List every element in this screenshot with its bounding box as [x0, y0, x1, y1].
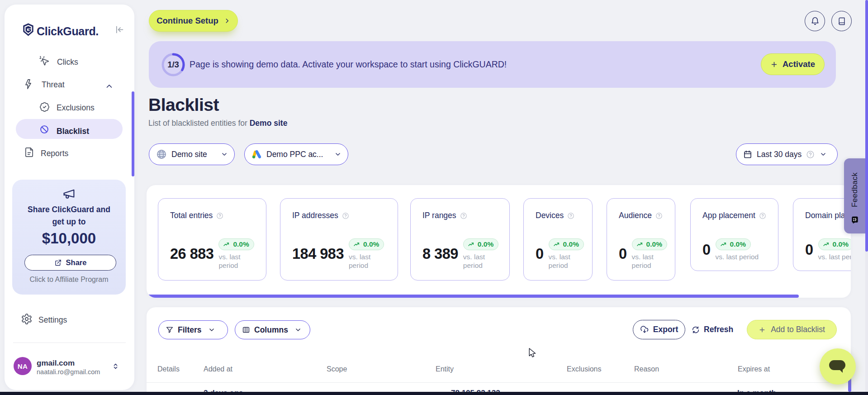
- subtitle-site-name: Demo site: [250, 119, 288, 128]
- trend-up-icon: [468, 241, 475, 248]
- delta-period: vs. last period: [716, 252, 759, 261]
- column-header-exclusions[interactable]: Exclusions: [567, 365, 601, 373]
- delta-period: vs. last period: [349, 252, 379, 270]
- activate-button[interactable]: Activate: [761, 53, 825, 75]
- page-title: Blacklist: [148, 95, 219, 115]
- chevron-down-icon: [295, 327, 301, 333]
- stat-title: Audience: [619, 211, 652, 220]
- stats-panel: Total entries 26 883 0.0% vs. last perio…: [147, 185, 851, 298]
- sidebar-item-settings[interactable]: Settings: [38, 315, 67, 325]
- column-header-details[interactable]: Details: [157, 365, 180, 373]
- ban-icon: [39, 124, 49, 134]
- demo-data-banner: 1/3 Page is showing demo data. Activate …: [149, 41, 836, 88]
- sidebar-item-blacklist-label[interactable]: Blacklist: [57, 127, 89, 136]
- label: List of blacklisted entities for: [148, 119, 247, 128]
- help-icon[interactable]: [806, 150, 815, 159]
- sidebar-item-clicks[interactable]: Clicks: [57, 57, 78, 67]
- stat-card-app-placement: App placement 0 0.0% vs. last period: [690, 198, 778, 271]
- chevron-up-down-icon[interactable]: [112, 362, 119, 371]
- promo-amount: $10,000: [12, 230, 126, 247]
- date-range-selector[interactable]: Last 30 days: [736, 143, 838, 165]
- google-ads-icon: [251, 149, 262, 160]
- chevron-up-icon[interactable]: [105, 82, 113, 90]
- delta-period: vs. last period: [463, 252, 493, 270]
- label: Continue Setup: [157, 16, 218, 26]
- stat-value: 0: [619, 246, 627, 262]
- refresh-icon: [692, 326, 700, 334]
- help-icon[interactable]: [460, 212, 467, 219]
- plus-icon: [770, 61, 778, 68]
- continue-setup-button[interactable]: Continue Setup: [149, 10, 238, 32]
- blacklist-table-panel: Filters Columns Export Refresh Add to Bl…: [147, 307, 851, 395]
- share-button[interactable]: Share: [24, 255, 116, 271]
- table-filters-button[interactable]: Filters: [158, 320, 228, 339]
- promo-text: Share ClickGuard andget up to: [12, 204, 126, 228]
- label: Demo site: [171, 150, 207, 159]
- affiliate-link[interactable]: Click to Affiliate Program: [12, 276, 126, 284]
- sidebar: ClickGuard. Clicks Threat Exclusions Bla…: [5, 5, 134, 390]
- site-selector[interactable]: Demo site: [149, 143, 235, 165]
- trend-up-icon: [353, 241, 360, 248]
- stat-title: IP ranges: [422, 211, 456, 220]
- stat-title: IP addresses: [292, 211, 338, 220]
- stat-value: 0: [702, 242, 711, 258]
- stat-card-devices: Devices 0 0.0% vs. last period: [523, 198, 593, 281]
- delta-badge: 0.0%: [463, 238, 498, 250]
- help-icon[interactable]: [342, 212, 349, 219]
- usersnap-icon: [850, 215, 859, 224]
- column-header-added-at[interactable]: Added at: [204, 365, 232, 373]
- column-header-entity[interactable]: Entity: [436, 365, 454, 373]
- delta-badge: 0.0%: [349, 238, 384, 250]
- column-header-scope[interactable]: Scope: [327, 365, 347, 373]
- stat-value: 26 883: [170, 246, 213, 262]
- docs-button[interactable]: [831, 11, 852, 31]
- label: 0.0%: [730, 240, 746, 248]
- delta-badge: 0.0%: [716, 238, 751, 250]
- stat-value: 184 983: [292, 246, 344, 262]
- trend-up-icon: [823, 241, 830, 248]
- help-icon[interactable]: [655, 212, 663, 219]
- stats-horizontal-scrollbar-thumb[interactable]: [147, 295, 799, 298]
- sidebar-item-threat[interactable]: Threat: [42, 80, 65, 90]
- avatar[interactable]: NA: [14, 357, 32, 375]
- ppc-account-selector[interactable]: Demo PPC ac...: [244, 143, 348, 165]
- delta-badge: 0.0%: [818, 238, 851, 250]
- badge-check-icon: [39, 102, 50, 112]
- sidebar-scrollbar-thumb[interactable]: [132, 91, 134, 176]
- label: Filters: [178, 325, 202, 335]
- chat-launcher-button[interactable]: [820, 348, 856, 385]
- table-columns-button[interactable]: Columns: [235, 320, 310, 339]
- feedback-tab[interactable]: Feedback: [844, 158, 866, 233]
- chevron-down-icon: [221, 151, 228, 157]
- help-icon[interactable]: [216, 212, 223, 219]
- banner-message: Page is showing demo data. Activate your…: [190, 41, 507, 88]
- help-icon[interactable]: [567, 212, 574, 219]
- stat-card-ip-ranges: IP ranges 8 389 0.0% vs. last period: [410, 198, 510, 281]
- export-button[interactable]: Export: [633, 320, 685, 339]
- columns-icon: [242, 326, 250, 334]
- page-subtitle: List of blacklisted entities for Demo si…: [148, 119, 287, 128]
- notifications-button[interactable]: [805, 11, 825, 31]
- calendar-icon: [743, 150, 752, 159]
- stat-value: 8 389: [422, 246, 458, 262]
- help-icon[interactable]: [759, 212, 766, 219]
- chevron-right-icon: [224, 18, 230, 24]
- label: Refresh: [704, 325, 733, 334]
- sidebar-collapse-button[interactable]: [114, 24, 125, 35]
- page-scrollbar-thumb[interactable]: [865, 0, 868, 252]
- sidebar-item-reports[interactable]: Reports: [41, 149, 68, 158]
- refresh-button[interactable]: Refresh: [692, 320, 733, 339]
- sidebar-item-exclusions[interactable]: Exclusions: [57, 103, 95, 113]
- add-to-blacklist-button[interactable]: Add to Blacklist: [747, 320, 837, 339]
- stat-card-audience: Audience 0 0.0% vs. last period: [607, 198, 675, 281]
- trend-up-icon: [553, 241, 560, 248]
- column-header-reason[interactable]: Reason: [634, 365, 659, 373]
- delta-badge: 0.0%: [632, 238, 667, 250]
- label: 0.0%: [478, 240, 493, 248]
- label: 0.0%: [233, 240, 249, 248]
- table-header-divider: [147, 382, 851, 383]
- label: Demo PPC ac...: [266, 150, 323, 159]
- chevron-down-icon: [335, 151, 341, 157]
- label: 0.0%: [833, 240, 849, 248]
- column-header-expires-at[interactable]: Expires at: [738, 365, 770, 373]
